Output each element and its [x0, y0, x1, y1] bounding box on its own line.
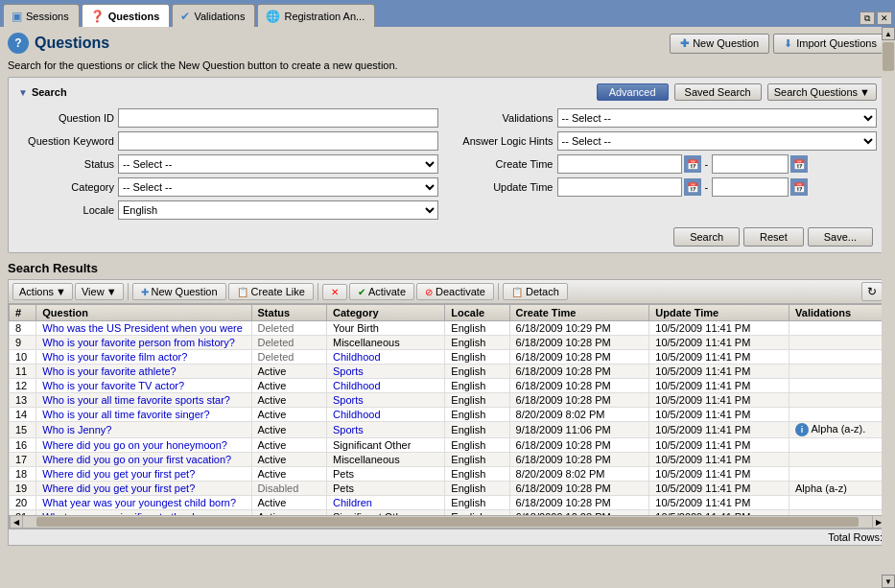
search-form: Question ID Question Keyword Status -- S… [18, 108, 877, 220]
toolbar-new-question[interactable]: ✚ New Question [132, 283, 226, 300]
table-scroll[interactable]: # Question Status Category Locale Create… [9, 304, 886, 515]
search-questions-button[interactable]: Search Questions ▼ [767, 83, 877, 101]
question-id-row: Question ID [18, 108, 438, 128]
toolbar-sep-1 [128, 283, 129, 300]
question-link[interactable]: Who is your favorite film actor? [42, 351, 187, 363]
cell-locale: English [445, 379, 509, 393]
reset-button[interactable]: Reset [743, 227, 804, 247]
cell-update: 10/5/2009 11:41 PM [649, 482, 789, 496]
tab-registration[interactable]: 🌐 Registration An... [257, 4, 375, 27]
question-link[interactable]: Who is your favorite athlete? [42, 365, 176, 377]
locale-select[interactable]: English [118, 200, 438, 220]
col-header-category[interactable]: Category [326, 305, 444, 321]
save-button[interactable]: Save... [808, 227, 873, 247]
question-link[interactable]: Where did you get your first pet? [42, 482, 195, 494]
cell-category: Sports [326, 393, 444, 408]
locale-row: Locale English [18, 200, 438, 220]
close-button[interactable]: ✕ [877, 12, 892, 25]
table-row: 12 Who is your favorite TV actor? Active… [10, 379, 886, 393]
actions-dropdown[interactable]: Actions ▼ [12, 283, 73, 300]
tab-validations[interactable]: ✔ Validations [172, 4, 255, 27]
update-time-from[interactable] [557, 177, 682, 197]
cell-locale: English [445, 321, 509, 336]
category-link[interactable]: Children [333, 497, 372, 508]
advanced-button[interactable]: Advanced [597, 83, 669, 101]
table-row: 8 Who was the US President when you were… [10, 321, 886, 336]
col-header-num[interactable]: # [10, 305, 36, 321]
cell-validations [789, 453, 886, 467]
col-header-create[interactable]: Create Time [509, 305, 649, 321]
answer-logic-select[interactable]: -- Select -- [557, 131, 878, 151]
horizontal-scrollbar[interactable]: ◀ ▶ [9, 515, 886, 529]
refresh-button[interactable]: ↻ [861, 282, 883, 301]
validations-select[interactable]: -- Select -- [557, 108, 878, 128]
create-time-to-calendar[interactable]: 📅 [790, 155, 808, 173]
question-link[interactable]: Who was the US President when you were [42, 322, 243, 334]
toolbar-deactivate[interactable]: ⊘ Deactivate [416, 283, 494, 300]
view-dropdown[interactable]: View ▼ [75, 283, 124, 300]
new-question-button[interactable]: ✚ New Question [670, 34, 769, 54]
question-link[interactable]: Where did you get your first pet? [42, 468, 195, 480]
outer-scroll-down[interactable]: ▼ [882, 575, 895, 588]
scroll-thumb[interactable] [36, 517, 859, 527]
import-questions-button[interactable]: ⬇ Import Questions [773, 34, 887, 54]
cell-validations [789, 321, 886, 336]
cell-num: 16 [10, 438, 36, 453]
category-link[interactable]: Childhood [333, 409, 381, 420]
toolbar-activate[interactable]: ✔ Activate [349, 283, 414, 300]
search-toggle[interactable]: ▼ Search [18, 86, 67, 98]
search-button[interactable]: Search [673, 227, 740, 247]
toolbar-create-like[interactable]: 📋 Create Like [228, 283, 314, 300]
cell-validations [789, 496, 886, 510]
question-link[interactable]: Who is your favorite person from history… [42, 337, 235, 348]
question-link[interactable]: Who is your all time favorite sports sta… [42, 394, 230, 406]
cell-category: Miscellaneous [326, 453, 444, 467]
col-header-locale[interactable]: Locale [445, 305, 509, 321]
outer-scroll-thumb[interactable] [883, 42, 894, 71]
category-link[interactable]: Childhood [333, 351, 381, 363]
scroll-left-arrow[interactable]: ◀ [10, 515, 23, 529]
update-time-from-calendar[interactable]: 📅 [684, 178, 701, 196]
question-link[interactable]: Who is Jenny? [42, 424, 111, 435]
col-header-validations[interactable]: Validations [789, 305, 886, 321]
col-header-question[interactable]: Question [36, 305, 251, 321]
category-link[interactable]: Sports [333, 365, 364, 377]
question-link[interactable]: Where did you go on your honeymoon? [42, 439, 227, 451]
cell-create: 6/18/2009 10:29 PM [509, 321, 649, 336]
cell-create: 6/18/2009 10:28 PM [509, 393, 649, 408]
tab-questions[interactable]: ❓ Questions [82, 4, 171, 27]
col-header-status[interactable]: Status [251, 305, 326, 321]
status-select[interactable]: -- Select -- [118, 154, 438, 174]
saved-search-button[interactable]: Saved Search [674, 83, 762, 101]
category-link[interactable]: Sports [333, 424, 364, 435]
category-link[interactable]: Childhood [333, 380, 381, 391]
cell-num: 11 [10, 365, 36, 379]
create-time-from-calendar[interactable]: 📅 [684, 155, 701, 173]
category-link[interactable]: Sports [333, 394, 364, 406]
cell-validations [789, 438, 886, 453]
actions-arrow-icon: ▼ [56, 286, 66, 297]
cell-update: 10/5/2009 11:41 PM [649, 321, 789, 336]
cell-validations: Alpha (a-z) [789, 482, 886, 496]
outer-scroll-up[interactable]: ▲ [882, 27, 895, 40]
tab-sessions[interactable]: ▣ Sessions [3, 4, 80, 27]
restore-button[interactable]: ⧉ [860, 12, 875, 25]
create-time-to[interactable] [712, 154, 789, 174]
update-time-to[interactable] [712, 177, 789, 197]
question-link[interactable]: Where did you go on your first vacation? [42, 454, 231, 465]
toolbar-detach[interactable]: 📋 Detach [503, 283, 568, 300]
update-time-to-calendar[interactable]: 📅 [790, 178, 808, 196]
question-id-input[interactable] [118, 108, 438, 128]
validation-info-icon[interactable]: i [795, 423, 809, 436]
toolbar-delete[interactable]: ✕ [322, 284, 347, 300]
create-time-from[interactable] [557, 154, 682, 174]
cell-category: Sports [326, 422, 444, 438]
question-link[interactable]: What was your significant other born [42, 511, 213, 515]
cell-locale: English [445, 336, 509, 350]
question-keyword-input[interactable] [118, 131, 438, 151]
category-select[interactable]: -- Select -- [118, 177, 438, 197]
question-link[interactable]: Who is your all time favorite singer? [42, 409, 209, 420]
col-header-update[interactable]: Update Time [649, 305, 789, 321]
question-link[interactable]: Who is your favorite TV actor? [42, 380, 184, 391]
question-link[interactable]: What year was your youngest child born? [42, 497, 236, 508]
